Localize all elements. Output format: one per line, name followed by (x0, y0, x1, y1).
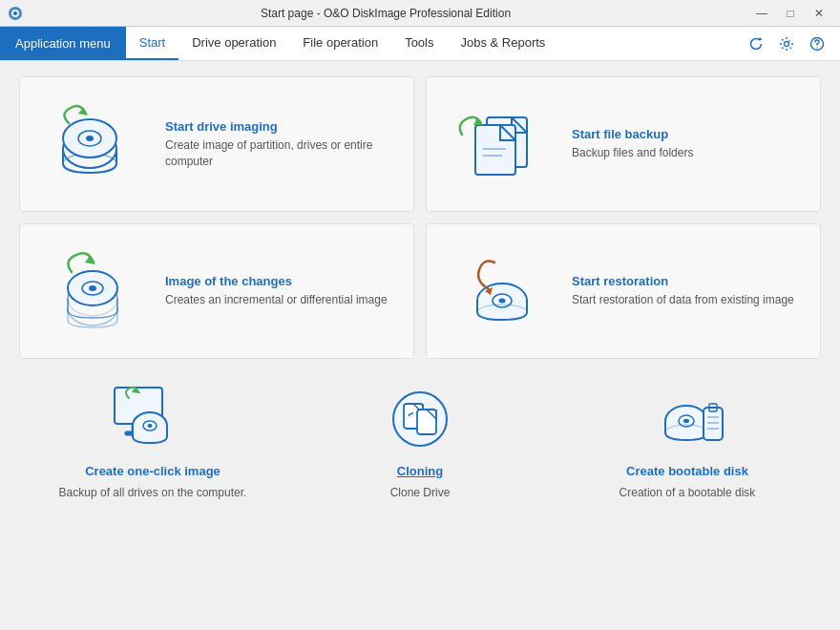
close-button[interactable]: ✕ (806, 4, 832, 23)
card-1-desc: Create image of partition, drives or ent… (165, 137, 398, 170)
bottom-item-oneclick[interactable]: Create one-click image Backup of all dri… (57, 380, 248, 499)
oneclick-desc: Backup of all drives on the computer. (59, 486, 247, 499)
svg-point-27 (499, 299, 506, 304)
help-icon (809, 36, 825, 52)
title-bar: Start page - O&O DiskImage Professional … (0, 0, 840, 27)
card-start-restoration[interactable]: Start restoration Start restoration of d… (426, 223, 821, 359)
menu-bar: Application menu Start Drive operation F… (0, 27, 840, 61)
svg-point-11 (86, 136, 94, 141)
minimize-button[interactable]: — (748, 4, 775, 23)
image-changes-icon (35, 243, 150, 339)
nav-jobs-reports[interactable]: Jobs & Reports (448, 27, 559, 60)
nav-start[interactable]: Start (126, 27, 178, 60)
nav-drive-operation[interactable]: Drive operation (178, 27, 289, 60)
svg-marker-23 (85, 256, 95, 264)
card-image-changes[interactable]: Image of the changes Creates an incremen… (19, 223, 414, 359)
app-logo-icon (8, 6, 23, 21)
gear-icon (779, 36, 794, 52)
window-title: Start page - O&O DiskImage Professional … (23, 7, 748, 20)
card-3-text: Image of the changes Creates an incremen… (165, 274, 388, 308)
card-3-desc: Creates an incremental or differential i… (165, 292, 388, 308)
svg-point-4 (785, 41, 789, 46)
restoration-icon (442, 243, 556, 339)
nav-file-operation[interactable]: File operation (289, 27, 391, 60)
bottom-item-bootable[interactable]: Create bootable disk Creation of a boota… (592, 380, 783, 499)
window-controls: — □ ✕ (748, 4, 832, 23)
cloning-icon (377, 380, 463, 456)
svg-marker-12 (78, 108, 88, 116)
svg-point-6 (816, 47, 817, 48)
main-content: Start drive imaging Create image of part… (0, 61, 840, 630)
card-4-text: Start restoration Start restoration of d… (572, 274, 794, 308)
bootable-disk-icon (644, 380, 730, 456)
cloning-desc: Clone Drive (390, 486, 451, 499)
cloning-title: Cloning (397, 464, 443, 478)
card-3-title: Image of the changes (165, 274, 388, 288)
svg-point-42 (683, 418, 689, 422)
refresh-icon (748, 36, 764, 52)
card-2-desc: Backup files and folders (572, 145, 693, 161)
oneclick-title: Create one-click image (85, 464, 220, 478)
svg-point-34 (148, 424, 153, 428)
svg-point-22 (89, 285, 96, 291)
application-menu-button[interactable]: Application menu (0, 27, 126, 60)
oneclick-icon (110, 380, 196, 456)
bottom-row: Create one-click image Backup of all dri… (19, 370, 821, 499)
card-4-desc: Start restoration of data from existing … (572, 292, 794, 308)
card-grid: Start drive imaging Create image of part… (19, 76, 821, 359)
nav-tools[interactable]: Tools (391, 27, 447, 60)
svg-rect-43 (704, 408, 723, 440)
refresh-button[interactable] (743, 31, 769, 57)
card-start-file-backup[interactable]: Start file backup Backup files and folde… (426, 76, 821, 212)
svg-rect-38 (417, 410, 436, 434)
settings-button[interactable] (773, 31, 800, 57)
card-start-drive-imaging[interactable]: Start drive imaging Create image of part… (19, 76, 414, 212)
drive-imaging-icon (35, 96, 150, 192)
card-2-title: Start file backup (572, 127, 693, 141)
bootable-desc: Creation of a bootable disk (620, 486, 756, 499)
card-1-title: Start drive imaging (165, 119, 398, 134)
card-4-title: Start restoration (572, 274, 794, 288)
svg-rect-14 (475, 125, 515, 175)
card-2-text: Start file backup Backup files and folde… (572, 127, 693, 161)
bottom-item-cloning[interactable]: Cloning Clone Drive (325, 380, 515, 499)
card-1-text: Start drive imaging Create image of part… (165, 119, 398, 170)
file-backup-icon (442, 96, 556, 192)
bootable-title: Create bootable disk (626, 464, 748, 478)
svg-point-2 (13, 11, 17, 15)
maximize-button[interactable]: □ (777, 4, 804, 23)
help-button[interactable] (804, 31, 830, 57)
